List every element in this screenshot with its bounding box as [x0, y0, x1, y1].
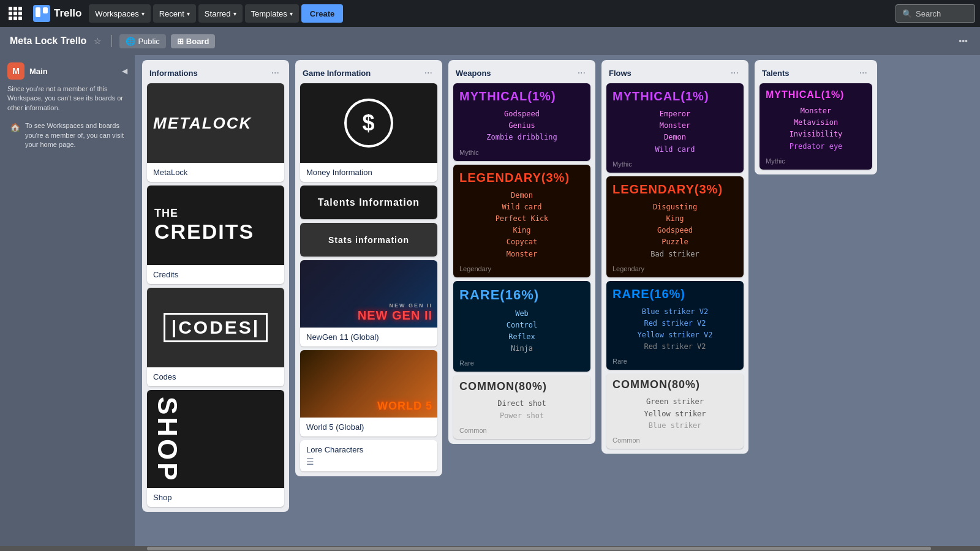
search-button[interactable]: 🔍 Search [895, 4, 975, 23]
flows-mythical-footer: Mythic [606, 158, 744, 173]
search-icon: 🔍 [902, 9, 912, 18]
workspace-name: Main [29, 67, 48, 76]
card-flows-common[interactable]: COMMON(80%) Green strikerYellow strikerB… [606, 373, 744, 449]
weapons-mythical-header: MYTHICAL(1%) [453, 83, 590, 106]
chevron-down-icon: ▾ [233, 10, 236, 17]
weapons-common-header: COMMON(80%) [453, 375, 590, 395]
card-world5[interactable]: WORLD 5 World 5 (Global) [300, 350, 437, 437]
board-visibility-button[interactable]: 🌐 Public [119, 34, 165, 48]
card-label-credits: Credits [147, 265, 284, 284]
flows-rare-footer: Rare [606, 355, 744, 370]
board-view-button[interactable]: ⊞ Board [171, 34, 216, 48]
talents-mythical-items: MonsterMetavisionInvisibilityPredator ey… [760, 103, 872, 155]
list-title-flows: Flows [609, 69, 631, 78]
flows-common-header: COMMON(80%) [606, 373, 744, 394]
list-menu-flows[interactable]: ··· [728, 66, 741, 80]
svg-rect-2 [43, 7, 48, 13]
board-title: Meta Lock Trello [10, 36, 86, 47]
card-shop[interactable]: SHOP Shop [147, 390, 284, 507]
flows-rare-items: Blue striker V2Red striker V2Yellow stri… [606, 304, 744, 356]
card-flows-mythical[interactable]: MYTHICAL(1%) EmperorMonsterDemonWild car… [606, 83, 744, 173]
templates-button[interactable]: Templates ▾ [245, 4, 299, 23]
chevron-down-icon: ▾ [141, 10, 145, 17]
card-label-codes: Codes [147, 367, 284, 386]
list-menu-weapons[interactable]: ··· [575, 66, 588, 80]
list-game-information: Game Information ··· $ Money Information… [295, 60, 442, 476]
starred-button[interactable]: Starred ▾ [198, 4, 243, 23]
card-codes[interactable]: |CODES| Codes [147, 288, 284, 386]
card-metalock[interactable]: METALOCK MetaLock [147, 83, 284, 182]
card-label-shop: Shop [147, 488, 284, 507]
list-menu-game[interactable]: ··· [422, 66, 435, 80]
globe-icon: 🌐 [126, 37, 135, 46]
flows-legendary-items: DisgustingKingGodspeedPuzzleBad striker [606, 199, 744, 263]
weapons-mythical-footer: Mythic [453, 146, 590, 161]
top-navigation: Trello Workspaces ▾ Recent ▾ Starred ▾ T… [0, 0, 980, 27]
card-label-money: Money Information [300, 163, 437, 182]
list-cards-informations: METALOCK MetaLock THE CREDITS Credits |C… [142, 83, 289, 512]
card-lore[interactable]: Lore Characters ☰ [300, 440, 437, 471]
flows-mythical-items: EmperorMonsterDemonWild card [606, 106, 744, 158]
talents-info-title: Talents Information [318, 197, 420, 208]
card-money[interactable]: $ Money Information [300, 83, 437, 182]
board-menu-button[interactable]: ••• [956, 34, 970, 48]
weapons-legendary-footer: Legendary [453, 263, 590, 277]
sidebar-notice-section: Since you're not a member of this Worksp… [7, 84, 127, 152]
workspace-header: M Main ◀ [7, 62, 127, 80]
workspace-icon: M [7, 62, 24, 80]
talents-mythical-header: MYTHICAL(1%) [760, 83, 872, 103]
board-star-button[interactable]: ☆ [91, 34, 104, 48]
list-flows: Flows ··· MYTHICAL(1%) EmperorMonsterDem… [601, 60, 748, 454]
sidebar: M Main ◀ Since you're not a member of th… [0, 55, 135, 546]
card-weapons-mythical[interactable]: MYTHICAL(1%) GodspeedGeniusZombie dribbl… [453, 83, 590, 161]
list-menu-informations[interactable]: ··· [269, 66, 282, 80]
shop-title: SHOP [152, 397, 183, 483]
apps-button[interactable] [5, 4, 26, 23]
lists-area: Informations ··· METALOCK MetaLock THE C… [135, 55, 980, 546]
card-talents-mythical[interactable]: MYTHICAL(1%) MonsterMetavisionInvisibili… [760, 83, 872, 170]
list-header-talents: Talents ··· [755, 60, 877, 83]
credits-title: CREDITS [154, 220, 254, 244]
card-flows-rare[interactable]: RARE(16%) Blue striker V2Red striker V2Y… [606, 281, 744, 370]
list-talents: Talents ··· MYTHICAL(1%) MonsterMetavisi… [755, 60, 877, 174]
card-flows-legendary[interactable]: LEGENDARY(3%) DisgustingKingGodspeedPuzz… [606, 176, 744, 277]
weapons-rare-footer: Rare [453, 357, 590, 372]
chevron-down-icon: ▾ [187, 10, 190, 17]
weapons-rare-header: RARE(16%) [453, 281, 590, 305]
flows-legendary-footer: Legendary [606, 263, 744, 277]
card-talents-info[interactable]: Talents Information [300, 186, 437, 219]
sidebar-home-item[interactable]: 🏠 To see Workspaces and boards you're a … [7, 119, 127, 152]
list-cards-game: $ Money Information Talents Information … [295, 83, 442, 476]
board-content: M Main ◀ Since you're not a member of th… [0, 55, 980, 546]
codes-title: |CODES| [164, 313, 268, 342]
recent-button[interactable]: Recent ▾ [153, 4, 196, 23]
card-weapons-rare[interactable]: RARE(16%) WebControlReflexNinja Rare [453, 281, 590, 372]
trello-logo[interactable]: Trello [28, 2, 86, 24]
list-informations: Informations ··· METALOCK MetaLock THE C… [142, 60, 289, 512]
card-credits[interactable]: THE CREDITS Credits [147, 186, 284, 284]
sidebar-collapse-button[interactable]: ◀ [122, 67, 127, 75]
card-label-newgen: NewGen 11 (Global) [300, 328, 437, 347]
card-label-lore: Lore Characters [306, 445, 431, 454]
card-newgen[interactable]: NEW GEN II NEW GEN II NewGen 11 (Global) [300, 260, 437, 347]
stats-title: Stats information [328, 235, 409, 245]
list-header-game: Game Information ··· [295, 60, 442, 83]
weapons-mythical-items: GodspeedGeniusZombie dribbling [453, 106, 590, 146]
workspace-notice: Since you're not a member of this Worksp… [7, 84, 127, 113]
workspaces-button[interactable]: Workspaces ▾ [89, 4, 150, 23]
list-header-informations: Informations ··· [142, 60, 289, 83]
list-header-weapons: Weapons ··· [448, 60, 595, 83]
list-menu-talents[interactable]: ··· [857, 66, 870, 80]
flows-mythical-header: MYTHICAL(1%) [606, 83, 744, 106]
metalock-title: METALOCK [153, 114, 252, 133]
description-icon: ☰ [306, 457, 431, 467]
dollar-icon: $ [344, 99, 393, 148]
create-button[interactable]: Create [301, 4, 343, 23]
card-weapons-legendary[interactable]: LEGENDARY(3%) DemonWild cardPerfect Kick… [453, 165, 590, 277]
board-header: Meta Lock Trello ☆ 🌐 Public ⊞ Board ••• [0, 27, 980, 55]
flows-legendary-header: LEGENDARY(3%) [606, 176, 744, 199]
card-stats[interactable]: Stats information [300, 223, 437, 257]
list-weapons: Weapons ··· MYTHICAL(1%) GodspeedGeniusZ… [448, 60, 595, 444]
header-divider [111, 35, 112, 47]
card-weapons-common[interactable]: COMMON(80%) Direct shotPower shot Common [453, 375, 590, 438]
